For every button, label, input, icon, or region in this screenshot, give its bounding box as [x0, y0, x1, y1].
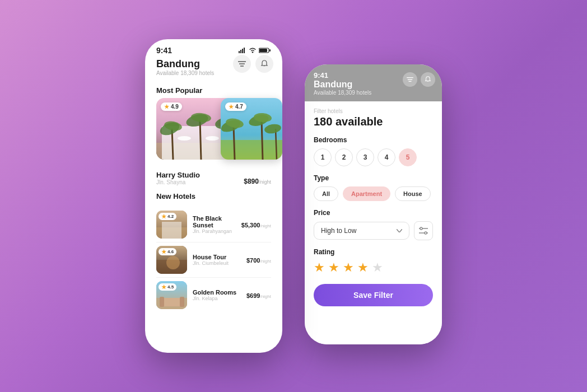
card1-star-icon: ★	[164, 104, 169, 110]
hotel-thumb-2: ★ 4.6	[156, 246, 187, 274]
most-popular-label: Most Popular	[145, 82, 282, 98]
svg-point-49	[420, 227, 422, 230]
hotel-3-price: $699/night	[246, 290, 271, 300]
filter-panel: Filter hotels 180 available Bedrooms 1 2…	[305, 99, 442, 344]
available-count: 180 available	[314, 115, 433, 128]
hotel-list: ★ 4.2 The Black Sunset Jln. Parahyangan	[145, 204, 282, 312]
svg-point-22	[178, 136, 191, 141]
save-filter-button[interactable]: Save Filter	[314, 284, 433, 306]
card1-rating-badge: ★ 4.9	[161, 102, 182, 111]
price-value: High to Low	[321, 227, 356, 235]
hotel-1-star-icon: ★	[161, 213, 166, 220]
featured-hotel-street: Jln. Shayna	[156, 179, 200, 185]
featured-hotel-info: Harry Studio Jln. Shayna $890/night	[145, 165, 282, 188]
star-1[interactable]: ★	[314, 260, 325, 275]
popular-card-2[interactable]: ★ 4.7	[221, 98, 282, 160]
card2-star-icon: ★	[229, 104, 234, 110]
type-btn-all[interactable]: All	[314, 186, 338, 201]
phone-2: 9:41 Bandung Available 18,309 hotels	[305, 64, 442, 344]
svg-rect-0	[239, 51, 240, 53]
hotel-item-1[interactable]: ★ 4.2 The Black Sunset Jln. Parahyangan	[156, 207, 271, 242]
svg-line-17	[200, 120, 201, 160]
phone2-header-icons	[403, 72, 435, 87]
price-filter-row: High to Low	[314, 221, 433, 240]
status-icons-1	[239, 48, 271, 53]
star-4[interactable]: ★	[357, 260, 369, 275]
hotel-2-details: House Tour Jln. Ciumbeleuit	[193, 254, 241, 266]
hotel-item-3[interactable]: ★ 4.5 Golden Rooms Jln. Ke	[156, 278, 271, 312]
sliders-icon	[419, 227, 428, 235]
svg-rect-43	[160, 297, 164, 307]
hotel-2-price: $700/night	[246, 255, 271, 265]
bell-icon-btn-1[interactable]	[255, 55, 273, 73]
new-hotels-label: New Hotels	[145, 188, 282, 204]
rating-stars: ★ ★ ★ ★ ★	[314, 260, 433, 275]
filter-lines-icon	[238, 60, 246, 67]
price-title: Price	[314, 209, 433, 217]
svg-line-26	[234, 126, 235, 160]
phone2-available: Available 18,309 hotels	[314, 90, 433, 96]
price-filter-adjust-btn[interactable]	[414, 221, 433, 240]
featured-hotel-price: $890/night	[244, 178, 271, 185]
svg-rect-1	[240, 50, 241, 53]
battery-icon	[259, 48, 271, 53]
hotel-2-rating-badge: ★ 4.6	[159, 248, 176, 255]
signal-icon	[239, 48, 246, 53]
chevron-down-icon	[397, 229, 402, 232]
svg-point-4	[252, 52, 254, 53]
filter-icon-btn-1[interactable]	[233, 55, 251, 73]
bedroom-btn-1[interactable]: 1	[314, 148, 332, 166]
svg-rect-2	[242, 49, 243, 53]
phone2-filter-icon	[407, 77, 413, 82]
star-2[interactable]: ★	[328, 260, 339, 275]
hotel-1-price: $5,300/night	[241, 220, 271, 230]
hotel-1-rating-badge: ★ 4.2	[159, 213, 176, 220]
type-btn-house[interactable]: House	[395, 186, 431, 201]
phone2-bell-icon	[425, 76, 431, 83]
bedroom-options: 1 2 3 4 5	[314, 148, 433, 166]
phone2-header: 9:41 Bandung Available 18,309 hotels	[305, 64, 442, 101]
svg-point-39	[166, 256, 180, 269]
filter-hotels-label: Filter hotels	[314, 108, 433, 114]
phone2-filter-btn[interactable]	[403, 72, 417, 87]
svg-rect-25	[221, 140, 282, 160]
time-1: 9:41	[156, 46, 172, 55]
svg-point-23	[206, 136, 219, 141]
svg-rect-44	[180, 297, 184, 307]
featured-hotel-name: Harry Studio	[156, 171, 200, 179]
wifi-icon	[249, 48, 257, 53]
star-3[interactable]: ★	[343, 260, 354, 275]
hotel-thumb-1: ★ 4.2	[156, 211, 187, 239]
card2-rating-badge: ★ 4.7	[225, 102, 246, 111]
bedroom-btn-2[interactable]: 2	[335, 148, 353, 166]
hotel-2-star-icon: ★	[161, 249, 166, 255]
svg-line-29	[262, 120, 263, 160]
bedroom-btn-5[interactable]: 5	[399, 148, 417, 166]
type-title: Type	[314, 174, 433, 182]
phone2-bell-btn[interactable]	[421, 72, 435, 87]
svg-rect-3	[244, 48, 245, 53]
svg-rect-6	[259, 49, 267, 52]
hotel-3-rating-badge: ★ 4.5	[159, 283, 176, 291]
hotel-item-2[interactable]: ★ 4.6 House Tour Jln. Ciumbeleuit $70	[156, 242, 271, 278]
type-options: All Apartment House	[314, 186, 433, 201]
rating-title: Rating	[314, 248, 433, 256]
price-dropdown[interactable]: High to Low	[314, 222, 409, 240]
hotel-1-details: The Black Sunset Jln. Parahyangan	[193, 215, 236, 234]
hotel-thumb-3: ★ 4.5	[156, 281, 187, 309]
hotel-3-details: Golden Rooms Jln. Kelapa	[193, 289, 241, 301]
bedroom-btn-4[interactable]: 4	[378, 148, 395, 166]
phone-1: 9:41	[145, 39, 282, 353]
hotel-3-star-icon: ★	[161, 284, 166, 290]
star-5[interactable]: ★	[372, 260, 383, 275]
svg-rect-36	[162, 222, 181, 239]
bedroom-btn-3[interactable]: 3	[356, 148, 374, 166]
type-btn-apartment[interactable]: Apartment	[343, 186, 390, 201]
bedrooms-title: Bedrooms	[314, 136, 433, 144]
svg-rect-7	[269, 49, 271, 52]
svg-point-51	[425, 232, 427, 234]
bell-icon	[260, 60, 268, 68]
